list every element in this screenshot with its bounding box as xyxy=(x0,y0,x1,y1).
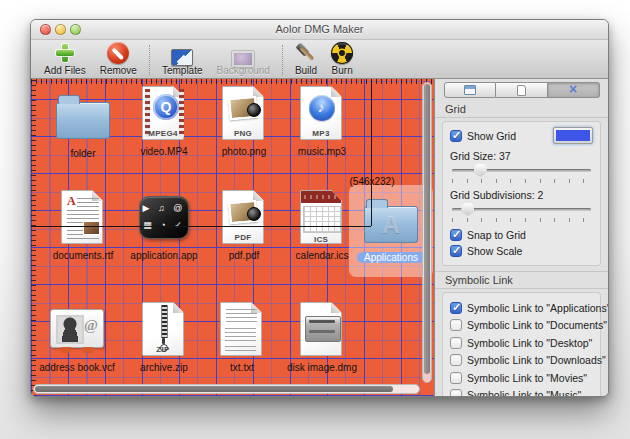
grid-size-slider-ticks xyxy=(452,179,591,183)
snap-to-grid-label: Snap to Grid xyxy=(467,229,526,241)
toolbar-burn-button[interactable]: Burn xyxy=(331,42,353,78)
app-window: Aolor DMG Maker Add FilesRemoveTemplateB… xyxy=(30,19,609,397)
txt-document-icon xyxy=(213,301,271,359)
grid-size-label: Grid Size: 37 xyxy=(450,150,593,162)
icon-label: video.MP4 xyxy=(138,146,189,157)
canvas-item-txt-txt[interactable]: txt.txt xyxy=(200,301,284,373)
canvas-item-documents-rtf[interactable]: documents.rtf xyxy=(41,189,125,261)
titlebar[interactable]: Aolor DMG Maker xyxy=(31,20,608,40)
checkbox-label: Symbolic Link to "Applications" xyxy=(467,302,608,314)
show-grid-checkbox[interactable] xyxy=(450,130,462,142)
panel-tabbar xyxy=(435,79,608,101)
canvas-item-pdf-pdf[interactable]: PDFpdf.pdf xyxy=(202,189,286,261)
icon-type-badge: ICS xyxy=(300,235,342,244)
remove-icon xyxy=(107,42,129,64)
icon-type-badge: PDF xyxy=(222,233,264,242)
grid-size-slider[interactable] xyxy=(452,163,591,177)
panel-tab-appearance[interactable] xyxy=(444,82,496,98)
background-icon xyxy=(232,51,254,67)
toolbar-button-label: Burn xyxy=(332,65,353,76)
canvas-item-folder[interactable]: folder xyxy=(41,87,125,159)
checkbox[interactable] xyxy=(450,337,462,349)
icon-type-badge: MPEG4 xyxy=(142,129,184,138)
canvas-item-disk-image-dmg[interactable]: disk image.dmg xyxy=(280,301,364,373)
window-title: Aolor DMG Maker xyxy=(31,23,608,35)
vertical-scrollbar[interactable] xyxy=(422,82,432,383)
checkbox-label: Symbolic Link to "Music" xyxy=(467,389,581,396)
icon-type-badge: MP3 xyxy=(300,129,342,138)
checkbox[interactable] xyxy=(450,389,462,396)
horizontal-scrollbar[interactable] xyxy=(33,384,420,394)
grid-subdivisions-slider-thumb[interactable] xyxy=(461,203,474,216)
measure-line-vertical xyxy=(371,79,372,226)
symlink-option-3[interactable]: Symbolic Link to "Downloads" xyxy=(450,352,593,368)
cross-icon xyxy=(569,84,577,96)
icon-body xyxy=(61,190,103,244)
grid-subdivisions-slider-ticks xyxy=(452,218,591,222)
panel-tab-disk[interactable] xyxy=(496,82,548,98)
icon-label: application.app xyxy=(128,250,199,261)
vcard-icon xyxy=(48,301,106,359)
icon-label: music.mp3 xyxy=(296,146,348,157)
mpeg4-video-icon: MPEG4 xyxy=(135,85,193,143)
icon-label: pdf.pdf xyxy=(227,250,262,261)
canvas-item-photo-png[interactable]: PNGphoto.png xyxy=(202,85,286,157)
icon-label: txt.txt xyxy=(228,362,256,373)
add-files-icon xyxy=(54,42,76,64)
desktop-background: { "window": { "title": "Aolor DMG Maker"… xyxy=(0,0,630,439)
grid-subdivisions-slider[interactable] xyxy=(452,202,591,216)
icon-body xyxy=(220,302,262,356)
slider-track[interactable] xyxy=(452,169,591,172)
grid-subdivisions-label: Grid Subdivisions: 2 xyxy=(450,189,593,201)
symlink-option-0[interactable]: Symbolic Link to "Applications" xyxy=(450,300,593,316)
icon-label: documents.rtf xyxy=(51,250,116,261)
checkbox-label: Symbolic Link to "Movies" xyxy=(467,372,587,384)
icon-label: folder xyxy=(68,148,97,159)
checkbox-label: Symbolic Link to "Downloads" xyxy=(467,354,606,366)
settings-panel: Grid Show Grid Grid Size: 37 xyxy=(434,79,608,396)
png-image-icon: PNG xyxy=(215,85,273,143)
document-icon xyxy=(517,85,526,96)
symlink-option-2[interactable]: Symbolic Link to "Desktop" xyxy=(450,335,593,351)
symlink-option-4[interactable]: Symbolic Link to "Movies" xyxy=(450,370,593,386)
checkbox[interactable] xyxy=(450,302,462,314)
toolbar-build-button[interactable]: Build xyxy=(295,42,317,78)
toolbar-template-button[interactable]: Template xyxy=(162,42,203,78)
snap-to-grid-checkbox[interactable] xyxy=(450,229,462,241)
icon-type-badge: PNG xyxy=(222,129,264,138)
toolbar-separator xyxy=(282,45,283,75)
checkbox[interactable] xyxy=(450,372,462,384)
canvas-item-archive-zip[interactable]: ZIParchive.zip xyxy=(122,301,206,373)
grid-color-well[interactable] xyxy=(553,127,593,144)
hammer-icon xyxy=(295,42,317,64)
grid-size-slider-thumb[interactable] xyxy=(474,164,487,177)
toolbar-button-label: Build xyxy=(295,65,317,76)
toolbar-add-files-button[interactable]: Add Files xyxy=(44,42,86,78)
panel-tab-settings[interactable] xyxy=(548,82,600,98)
icon-art xyxy=(54,189,112,247)
show-scale-checkbox[interactable] xyxy=(450,245,462,257)
canvas-item-application-app[interactable]: application.app xyxy=(122,189,206,261)
canvas-item-music-mp3[interactable]: MP3music.mp3 xyxy=(280,85,364,157)
mp3-audio-icon: MP3 xyxy=(293,85,351,143)
radiation-icon xyxy=(331,42,353,64)
symlink-option-1[interactable]: Symbolic Link to "Documents" xyxy=(450,317,593,333)
checkbox[interactable] xyxy=(450,319,462,331)
toolbar-remove-button[interactable]: Remove xyxy=(100,42,137,78)
canvas-item-address-book-vcf[interactable]: address book.vcf xyxy=(35,301,119,373)
icon-body xyxy=(300,302,342,356)
vertical-scrollbar-thumb[interactable] xyxy=(424,84,430,374)
horizontal-scrollbar-thumb[interactable] xyxy=(35,386,393,392)
grid-groupbox: Show Grid Grid Size: 37 Grid Subdivision… xyxy=(442,121,601,266)
show-scale-row[interactable]: Show Scale xyxy=(450,243,593,259)
checkbox[interactable] xyxy=(450,354,462,366)
snap-to-grid-row[interactable]: Snap to Grid xyxy=(450,227,593,243)
icon-art xyxy=(48,301,106,359)
show-grid-row[interactable]: Show Grid xyxy=(450,128,516,144)
canvas-item-video-mp4[interactable]: MPEG4video.MP4 xyxy=(122,85,206,157)
icon-art xyxy=(135,189,193,247)
window-icon xyxy=(464,85,476,95)
canvas-item-applications[interactable]: Applications xyxy=(349,191,433,263)
dmg-layout-canvas[interactable]: (546x232) folderMPEG4video.MP4PNGphoto.p… xyxy=(31,79,434,396)
symlink-option-5[interactable]: Symbolic Link to "Music" xyxy=(450,387,593,396)
